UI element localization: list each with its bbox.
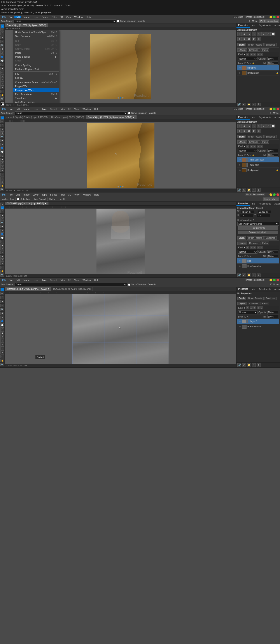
tab-info-s2[interactable]: Info <box>250 116 257 120</box>
toolbar-autoselect-dropdown-s1[interactable]: Group <box>13 20 116 23</box>
ltb-link-s2[interactable]: 🔗 <box>237 188 241 192</box>
menu-type-s3[interactable]: Type <box>40 193 48 196</box>
adj-hue-sat[interactable]: ⬡ <box>266 32 271 36</box>
brush-tab-brush[interactable]: Brush <box>237 43 246 46</box>
ltb-link-s3[interactable]: 🔗 <box>237 274 241 277</box>
tool-type-s4[interactable]: T <box>0 347 4 350</box>
tool-blur[interactable]: ◐ <box>0 70 4 74</box>
layer-huesat-s4[interactable]: 👁 ⬡ Hue/Saturation 1 <box>237 324 279 329</box>
kind-icon-smart-s4[interactable]: M <box>260 306 263 310</box>
layer-eye-s3-2[interactable]: 👁 <box>238 265 241 268</box>
menu-3d-s4[interactable]: 3D <box>67 279 73 282</box>
kind-icon-shape[interactable]: S <box>257 53 260 56</box>
tool-move[interactable]: ↖ <box>0 24 4 28</box>
ltb-add-s2[interactable]: + <box>252 188 256 192</box>
kind-icon-adj-s3[interactable]: A <box>250 246 253 249</box>
tool-blur-s2[interactable]: ◐ <box>0 162 4 165</box>
adj-vibrance-s2[interactable]: ◈ <box>262 124 266 128</box>
menu-ps-logo-s3[interactable]: Ps <box>1 193 7 196</box>
layers-tab-paths-s2[interactable]: Paths <box>261 140 269 144</box>
tool-stamp-s2[interactable]: 🔵 <box>0 146 4 150</box>
menu-window-s3[interactable]: Window <box>81 193 92 196</box>
tool-dodge-s2[interactable]: ○ <box>0 165 4 168</box>
layer-eye-s2-2[interactable]: 👁 <box>238 164 241 167</box>
menu-paste-special[interactable]: Paste Special ▶ <box>13 55 59 59</box>
tool-eyedropper[interactable]: 🔍 <box>0 44 4 47</box>
adj-curves-s2[interactable]: ∿ <box>252 124 256 128</box>
tool-gradient-s2[interactable]: ◼ <box>0 158 4 161</box>
canvas-tab-example5-s2[interactable]: example 5.psd @ 55.4% (Layer 1, RGB/8) <box>5 116 49 119</box>
tool-move-s3[interactable]: ↖ <box>0 202 4 206</box>
ltb-link-s4[interactable]: 🔗 <box>237 363 241 367</box>
fill-input-s4[interactable] <box>267 315 278 318</box>
opacity-input-s3[interactable] <box>267 250 278 253</box>
menu-filter-s3[interactable]: Filter <box>58 193 66 196</box>
ltb-adj-s3[interactable]: ◐ <box>242 274 246 277</box>
tab-properties-s4[interactable]: Properties <box>237 287 250 291</box>
tab-properties-s2[interactable]: Properties <box>237 116 250 120</box>
menu-auto-align[interactable]: Auto-Align Layers... <box>13 100 59 103</box>
tool-path-select[interactable]: ↗ <box>0 86 4 90</box>
kind-icon-smart-s2[interactable]: M <box>260 145 263 148</box>
blend-mode-dropdown-s4[interactable]: Normal <box>238 310 258 314</box>
tool-shape-s3[interactable]: □ <box>0 266 4 269</box>
tool-move-s2[interactable]: ↖ <box>0 116 4 120</box>
tool-stamp-s3[interactable]: 🔵 <box>0 232 4 236</box>
tool-lasso-s4[interactable]: ⌒ <box>0 296 4 299</box>
menu-view-s2[interactable]: View <box>73 108 81 110</box>
menu-check-spelling[interactable]: Check Spelling... <box>13 63 59 67</box>
tool-gradient[interactable]: ◼ <box>0 67 4 70</box>
brush-tab-presets-s4[interactable]: Brush Presets <box>247 297 264 300</box>
menu-layer-s4[interactable]: Layer <box>31 279 40 282</box>
tool-hand-s2[interactable]: ✋ <box>0 184 4 188</box>
antialias-checkbox-s3[interactable] <box>17 198 19 200</box>
menu-help-s1[interactable]: Help <box>85 16 92 18</box>
menu-content-aware-scale[interactable]: Content-Aware Scale Alt+Shift+Ctrl+C <box>13 80 59 84</box>
tool-zoom[interactable]: 🔍 <box>0 98 4 101</box>
tool-heal-s2[interactable]: ✚ <box>0 139 4 142</box>
kind-icon-pixel[interactable]: P <box>246 53 249 56</box>
channels-tab-s3[interactable]: Channels <box>248 242 260 245</box>
kind-icon-shape-s2[interactable]: S <box>257 145 260 148</box>
layers-tab-s4[interactable]: Layers <box>237 302 247 305</box>
tab-actions-s2[interactable]: Actions <box>273 116 280 120</box>
tool-magic-wand[interactable]: ⋇ <box>0 36 4 40</box>
tool-gradient-s4[interactable]: ◼ <box>0 331 4 335</box>
tool-magic-s4[interactable]: ⋇ <box>0 300 4 303</box>
menu-select-s4[interactable]: Select <box>49 279 58 282</box>
win-max-s3[interactable] <box>273 193 276 196</box>
menu-fill[interactable]: Fill... Shift+F5 <box>13 72 59 76</box>
ltb-add[interactable]: + <box>252 103 256 106</box>
menu-type-s4[interactable]: Type <box>40 279 48 282</box>
tool-lasso-s2[interactable]: ⌒ <box>0 124 4 127</box>
x-input-s3[interactable] <box>240 214 253 217</box>
adj-channel-mix[interactable]: ⬤ <box>247 37 251 41</box>
toolbar-autoselects-dropdown-s2[interactable]: Group <box>15 112 127 115</box>
ltb-adj-s4[interactable]: ◐ <box>242 363 246 367</box>
tool-blur-s4[interactable]: ◐ <box>0 335 4 339</box>
btn-3dmode-s2[interactable]: 3D Mode <box>233 108 244 110</box>
menu-help-s2[interactable]: Help <box>93 108 100 110</box>
tool-select-rect[interactable]: ▭ <box>0 28 4 32</box>
menu-perspective-warp[interactable]: Perspective Warp <box>13 88 59 92</box>
tool-heal[interactable]: ✚ <box>0 48 4 51</box>
brush-tab-presets-s2[interactable]: Brush Presets <box>247 135 264 138</box>
menu-file-s2[interactable]: File <box>7 108 14 110</box>
menu-type-s2[interactable]: Type <box>40 108 48 110</box>
kind-icon-type-s3[interactable]: T <box>253 246 256 249</box>
tab-info-s3[interactable]: Info <box>250 202 257 206</box>
menu-edit-s1[interactable]: Edit <box>14 16 21 18</box>
blend-mode-dropdown-s3[interactable]: Normal <box>238 250 258 254</box>
menu-select-s1[interactable]: Select <box>40 16 50 18</box>
adj-levels-s2[interactable]: ▲ <box>247 124 251 128</box>
adj-exposure[interactable]: ⊙ <box>257 32 261 36</box>
menu-select-s2[interactable]: Select <box>49 108 58 110</box>
kind-icon-shape-s4[interactable]: S <box>257 306 260 310</box>
tab-properties-s1[interactable]: Properties <box>237 24 250 28</box>
tool-crop[interactable]: ⊡ <box>0 40 4 43</box>
tool-stamp-s4[interactable]: 🔵 <box>0 320 4 323</box>
tool-crop-s3[interactable]: ⊡ <box>0 218 4 221</box>
layer-right-post-s1[interactable]: 👁 right post <box>237 65 279 70</box>
menu-layer-s1[interactable]: Layer <box>31 16 40 18</box>
h-input-s3[interactable] <box>258 210 271 213</box>
